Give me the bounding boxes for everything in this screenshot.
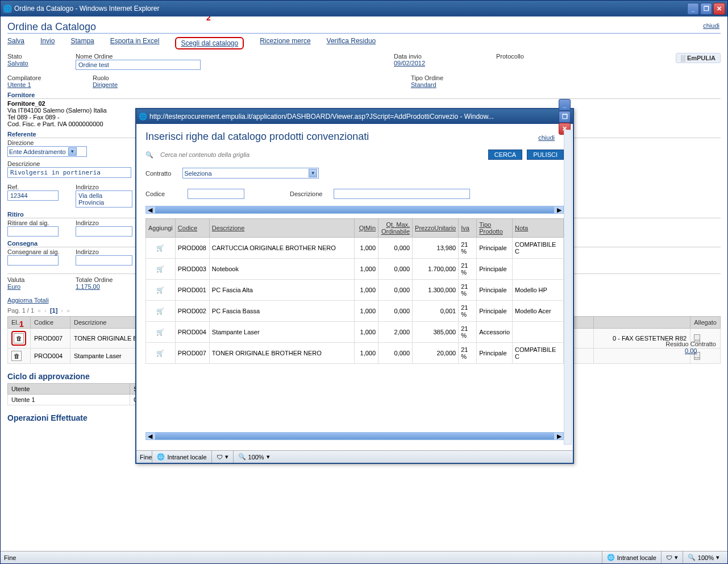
esporta-link[interactable]: Esporta in Excel <box>110 37 160 49</box>
cart-icon[interactable]: 🛒 <box>155 244 165 252</box>
catalog-table: Aggiungi Codice Descrizione QtMin Qt. Ma… <box>145 218 564 364</box>
stato-value: Salvato <box>7 60 76 67</box>
col-allegato: Allegato <box>690 317 721 329</box>
contratto-label: Contratto <box>145 170 171 177</box>
ritiro-indirizzo-input[interactable] <box>76 226 132 237</box>
scegli-catalogo-link[interactable]: Scegli dal catalogo <box>181 39 238 47</box>
cell-codice: PROD002 <box>175 301 209 322</box>
invio-link[interactable]: Invio <box>40 37 55 49</box>
nome-ordine-input[interactable]: Ordine test <box>76 60 201 70</box>
ie-icon: 🌐 <box>3 4 12 13</box>
consegna-indirizzo-input[interactable] <box>76 255 132 266</box>
popup-vscrollbar[interactable] <box>564 130 572 445</box>
popup-hscrollbar-bottom[interactable]: ◀ ▶ <box>145 432 564 440</box>
status-security[interactable]: 🛡 ▾ <box>661 551 683 563</box>
chiudi-link[interactable]: chiudi <box>703 22 719 29</box>
popup-title-text: http://testeprocurement.empulia.it/appli… <box>149 113 559 121</box>
ie-icon: 🌐 <box>139 113 147 121</box>
cerca-button[interactable]: CERCA <box>488 150 523 160</box>
col-codice[interactable]: Codice <box>175 219 209 238</box>
contratto-select[interactable]: Seleziona ▼ <box>182 168 319 179</box>
cell-qtmin: 1,000 <box>355 322 378 343</box>
stato-label: Stato <box>7 53 76 60</box>
aggiorna-totali-link[interactable]: Aggiorna Totali <box>7 297 49 304</box>
col-aggiungi: Aggiungi <box>146 219 176 238</box>
cell-prezzo: 385,000 <box>413 322 459 343</box>
popup-maximize-button[interactable]: ❐ <box>559 111 571 123</box>
search-input[interactable] <box>158 150 306 159</box>
pager-prev-icon[interactable]: ‹ <box>44 307 47 314</box>
residuo-value: 0,00 <box>665 347 716 354</box>
col-descrizione[interactable]: Descrizione <box>209 219 354 238</box>
ref-input[interactable]: 12344 <box>7 190 59 201</box>
minimize-button[interactable]: _ <box>687 3 699 15</box>
salva-link[interactable]: Salva <box>7 37 24 49</box>
valuta-value: Euro <box>7 283 76 290</box>
pulisci-button[interactable]: PULISCI <box>527 150 564 160</box>
popup-chiudi-link[interactable]: chiudi <box>538 134 555 141</box>
col-prezzo[interactable]: PrezzoUnitario <box>413 219 459 238</box>
cart-icon[interactable]: 🛒 <box>155 286 165 294</box>
consegnare-input[interactable] <box>7 255 59 266</box>
pager-next-icon[interactable]: › <box>61 307 63 314</box>
descrizione-textarea[interactable]: Rivolgersi in portineria <box>7 167 131 178</box>
popup-codice-label: Codice <box>145 190 176 197</box>
cell-nota: COMPATIBILE C <box>513 238 564 259</box>
pager-last-icon[interactable]: » <box>66 307 70 314</box>
cell-codice: PROD004 <box>175 322 209 343</box>
popup-hscrollbar-top[interactable]: ◀ ▶ <box>145 206 564 214</box>
popup-descrizione-input[interactable] <box>334 189 470 199</box>
cart-icon[interactable]: 🛒 <box>155 328 165 336</box>
popup-codice-input[interactable] <box>188 189 244 199</box>
search-icon: 🔍 <box>145 151 153 159</box>
cell-tipo: Accessorio <box>477 322 513 343</box>
col-nota[interactable]: Nota <box>513 219 564 238</box>
status-zoom[interactable]: 🔍 100% ▾ <box>683 551 724 563</box>
data-invio-label: Data invio <box>394 53 496 60</box>
cell-prezzo: 20,000 <box>413 343 459 364</box>
cell-nota: Modello HP <box>513 280 564 301</box>
scegli-highlight: Scegli dal catalogo <box>175 37 244 49</box>
consegna-indirizzo-label: Indirizzo <box>76 248 132 255</box>
cell-tipo: Principale <box>477 301 513 322</box>
col-tipo[interactable]: Tipo Prodotto <box>477 219 513 238</box>
indirizzo-label: Indirizzo <box>76 184 132 190</box>
direzione-select[interactable]: Ente Addestramento ▼ <box>7 146 87 157</box>
cell-qtmax: 0,000 <box>378 259 413 280</box>
cell-prezzo: 13,980 <box>413 238 459 259</box>
col-qtmax[interactable]: Qt. Max. Ordinabile <box>378 219 413 238</box>
verifica-link[interactable]: Verifica Residuo <box>327 37 376 49</box>
table-row: 🛒PROD001PC Fascia Alta1,0000,0001.300,00… <box>146 280 564 301</box>
maximize-button[interactable]: ❐ <box>700 3 712 15</box>
col-iva[interactable]: Iva <box>459 219 477 238</box>
cell-nota <box>513 322 564 343</box>
protocollo-label: Protocollo <box>496 53 598 60</box>
pager-first-icon[interactable]: « <box>38 307 41 314</box>
cell-qtmax: 0,000 <box>378 238 413 259</box>
cell-qtmax: 2,000 <box>378 322 413 343</box>
cell-utente: Utente 1 <box>8 395 130 405</box>
cart-icon[interactable]: 🛒 <box>155 265 165 273</box>
trash-icon[interactable]: 🗑 <box>14 333 24 343</box>
cell-iva: 21 % <box>459 259 477 280</box>
popup-status-security[interactable]: 🛡 ▾ <box>211 451 233 463</box>
zoom-icon: 🔍 <box>238 453 246 461</box>
cell-iva: 21 % <box>459 343 477 364</box>
chevron-down-icon: ▼ <box>309 169 317 177</box>
close-button[interactable]: ✕ <box>713 3 725 15</box>
popup-statusbar: Fine 🌐 Intranet locale 🛡 ▾ 🔍 100% ▾ <box>136 450 573 463</box>
cell-iva: 21 % <box>459 322 477 343</box>
indirizzo-input[interactable]: Via della Provincia <box>76 190 132 208</box>
ritirare-input[interactable] <box>7 226 59 237</box>
col-qtmin[interactable]: QtMin <box>355 219 378 238</box>
popup-minimize-button[interactable]: _ <box>559 99 571 111</box>
cart-icon[interactable]: 🛒 <box>155 349 165 357</box>
data-invio-value: 09/02/2012 <box>394 60 496 67</box>
popup-status-zoom[interactable]: 🔍 100% ▾ <box>233 451 274 463</box>
ricezione-link[interactable]: Ricezione merce <box>260 37 310 49</box>
cart-icon[interactable]: 🛒 <box>155 307 165 315</box>
trash-icon[interactable]: 🗑 <box>11 351 22 361</box>
cell-tipo: Principale <box>477 259 513 280</box>
stampa-link[interactable]: Stampa <box>70 37 94 49</box>
fornitore-section: Fornitore <box>7 92 721 99</box>
